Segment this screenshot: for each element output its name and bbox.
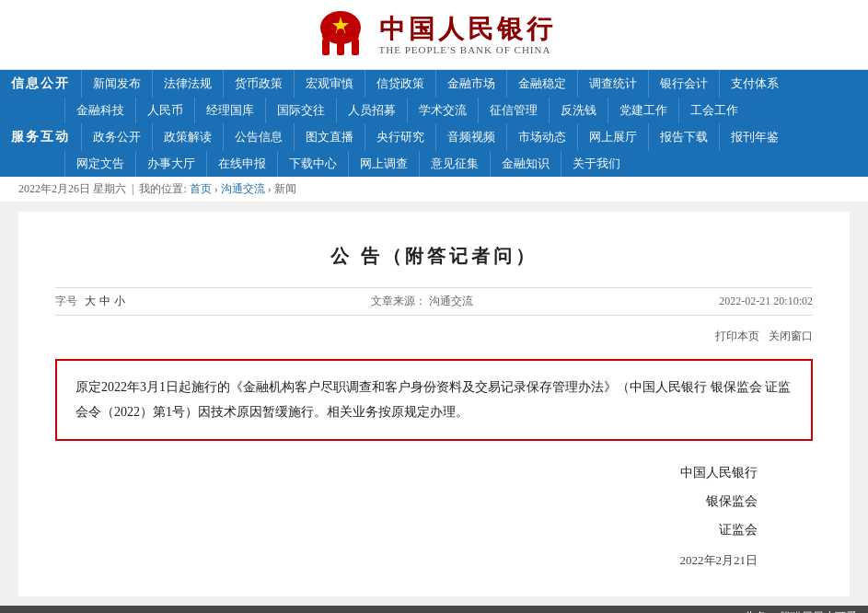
nav-label-xinxi: 信息公开 [0, 70, 81, 98]
nav-jinrongkeji[interactable]: 金融科技 [64, 98, 135, 123]
nav-row3-items: 政务公开 政策解读 公告信息 图文直播 央行研究 音频视频 市场动态 网上展厅 … [81, 123, 868, 151]
nav-zhengce[interactable]: 政策解读 [152, 123, 223, 151]
article-tools: 打印本页 关闭窗口 [55, 325, 813, 352]
nav-xindai[interactable]: 信贷政策 [365, 70, 435, 98]
font-size-control: 字号 大 中 小 [55, 294, 125, 309]
article-datetime: 2022-02-21 20:10:02 [719, 295, 813, 308]
nav-renminbi[interactable]: 人民币 [135, 98, 194, 123]
nav-wangshangzt[interactable]: 网上展厅 [577, 123, 648, 151]
logo-area: 中国人民银行 THE PEOPLE'S BANK OF CHINA [313, 9, 556, 60]
nav-jinrong-shichang[interactable]: 金融市场 [435, 70, 506, 98]
nav-shichang-dt[interactable]: 市场动态 [506, 123, 577, 151]
article-meta: 字号 大 中 小 文章来源： 沟通交流 2022-02-21 20:10:02 [55, 287, 813, 316]
nav-hongguan[interactable]: 宏观审慎 [294, 70, 365, 98]
breadcrumb-section[interactable]: 沟通交流 [221, 182, 265, 195]
nav-tuwenzb[interactable]: 图文直播 [294, 123, 365, 151]
source-label: 文章来源： [371, 295, 426, 307]
nav-dangjian[interactable]: 党建工作 [608, 98, 678, 123]
font-medium-btn[interactable]: 中 [99, 294, 110, 309]
breadcrumb-home[interactable]: 首页 [190, 182, 212, 195]
nav-guanyu[interactable]: 关于我们 [561, 151, 631, 177]
nav-zhengxin[interactable]: 征信管理 [478, 98, 549, 123]
nav-row-1: 信息公开 新闻发布 法律法规 货币政策 宏观审慎 信贷政策 金融市场 金融稳定 … [0, 70, 868, 98]
nav-falv[interactable]: 法律法规 [152, 70, 223, 98]
print-button[interactable]: 打印本页 [715, 329, 759, 344]
signatories: 中国人民银行 银保监会 证监会 [55, 459, 813, 544]
signatory-2: 银保监会 [55, 488, 758, 516]
nav-label-fuwu: 服务互动 [0, 123, 81, 151]
article-date: 2022年2月21日 [55, 552, 813, 569]
nav-banshidating[interactable]: 办事大厅 [135, 151, 206, 177]
nav-yanghanyjiu[interactable]: 央行研究 [365, 123, 435, 151]
svg-rect-3 [337, 35, 344, 55]
breadcrumb-date: 2022年2月26日 星期六 [18, 182, 126, 195]
nav-xiazai[interactable]: 下载中心 [277, 151, 348, 177]
nav-label-empty1 [0, 98, 64, 123]
nav-row-3: 服务互动 政务公开 政策解读 公告信息 图文直播 央行研究 音频视频 市场动态 … [0, 123, 868, 151]
nav-baokannj[interactable]: 报刊年鉴 [719, 123, 790, 151]
nav-huobi[interactable]: 货币政策 [223, 70, 294, 98]
watermark-bar: 头条 @熊猫贝贝小可爱 [0, 606, 868, 613]
nav-label-empty2 [0, 151, 64, 177]
nav-xueshu[interactable]: 学术交流 [407, 98, 478, 123]
bank-emblem [313, 9, 368, 60]
svg-rect-4 [352, 39, 359, 55]
nav-baogao-xz[interactable]: 报告下载 [648, 123, 719, 151]
signatory-1: 中国人民银行 [55, 459, 758, 488]
close-button[interactable]: 关闭窗口 [769, 329, 813, 344]
nav-wangding[interactable]: 网定文告 [64, 151, 135, 177]
nav-jinglikuku[interactable]: 经理国库 [194, 98, 265, 123]
nav-diaocha[interactable]: 调查统计 [577, 70, 648, 98]
nav-gonghui[interactable]: 工会工作 [678, 98, 749, 123]
nav-row-4: 网定文告 办事大厅 在线申报 下载中心 网上调查 意见征集 金融知识 关于我们 [0, 151, 868, 177]
nav-row-2: 金融科技 人民币 经理国库 国际交往 人员招募 学术交流 征信管理 反洗钱 党建… [0, 98, 868, 123]
article-text: 原定2022年3月1日起施行的《金融机构客户尽职调查和客户身份资料及交易记录保存… [75, 376, 793, 424]
nav-zaixiansb[interactable]: 在线申报 [206, 151, 277, 177]
nav-zhengwu[interactable]: 政务公开 [81, 123, 152, 151]
article-title: 公 告（附答记者问） [55, 244, 813, 269]
breadcrumb-sep2: › [268, 182, 272, 195]
logo-text-block: 中国人民银行 THE PEOPLE'S BANK OF CHINA [379, 14, 556, 56]
font-label: 字号 [55, 294, 77, 309]
nav-guoji[interactable]: 国际交往 [265, 98, 336, 123]
page-header: 中国人民银行 THE PEOPLE'S BANK OF CHINA [0, 0, 868, 70]
main-content: 公 告（附答记者问） 字号 大 中 小 文章来源： 沟通交流 2022-02-2… [18, 212, 850, 596]
watermark-text: 头条 @熊猫贝贝小可爱 [745, 610, 857, 613]
nav-renyuanzhaomou[interactable]: 人员招募 [336, 98, 407, 123]
nav-row1-items: 新闻发布 法律法规 货币政策 宏观审慎 信贷政策 金融市场 金融稳定 调查统计 … [81, 70, 868, 98]
nav-yijianzj[interactable]: 意见征集 [419, 151, 490, 177]
nav-row2-items: 金融科技 人民币 经理国库 国际交往 人员招募 学术交流 征信管理 反洗钱 党建… [64, 98, 868, 123]
nav-yinhang-kuaiji[interactable]: 银行会计 [648, 70, 719, 98]
nav-jinrongzs[interactable]: 金融知识 [490, 151, 561, 177]
nav-gonggao[interactable]: 公告信息 [223, 123, 294, 151]
nav-row4-items: 网定文告 办事大厅 在线申报 下载中心 网上调查 意见征集 金融知识 关于我们 [64, 151, 868, 177]
nav-zhifu[interactable]: 支付体系 [719, 70, 790, 98]
breadcrumb: 2022年2月26日 星期六 | 我的位置: 首页 › 沟通交流 › 新闻 [0, 177, 868, 202]
nav-wangshangdc[interactable]: 网上调查 [348, 151, 419, 177]
source-value: 沟通交流 [429, 295, 473, 307]
nav-faxiqian[interactable]: 反洗钱 [549, 98, 608, 123]
logo-chinese: 中国人民银行 [379, 14, 556, 45]
article-body: 原定2022年3月1日起施行的《金融机构客户尽职调查和客户身份资料及交易记录保存… [55, 359, 813, 441]
breadcrumb-current: 新闻 [274, 182, 296, 195]
svg-point-7 [352, 32, 359, 40]
nav-jinrong-wending[interactable]: 金融稳定 [506, 70, 577, 98]
nav-xinwen[interactable]: 新闻发布 [81, 70, 152, 98]
svg-point-5 [322, 32, 330, 40]
nav-yinpin[interactable]: 音频视频 [435, 123, 506, 151]
signatory-3: 证监会 [55, 516, 758, 545]
navigation: 信息公开 新闻发布 法律法规 货币政策 宏观审慎 信贷政策 金融市场 金融稳定 … [0, 70, 868, 177]
font-small-btn[interactable]: 小 [114, 294, 125, 309]
logo-english: THE PEOPLE'S BANK OF CHINA [379, 44, 556, 55]
svg-point-6 [337, 29, 344, 36]
breadcrumb-location-label: 我的位置: [139, 182, 186, 195]
breadcrumb-sep1: › [214, 182, 218, 195]
font-large-btn[interactable]: 大 [85, 294, 96, 309]
article-source: 文章来源： 沟通交流 [371, 294, 473, 309]
svg-rect-2 [322, 39, 330, 55]
